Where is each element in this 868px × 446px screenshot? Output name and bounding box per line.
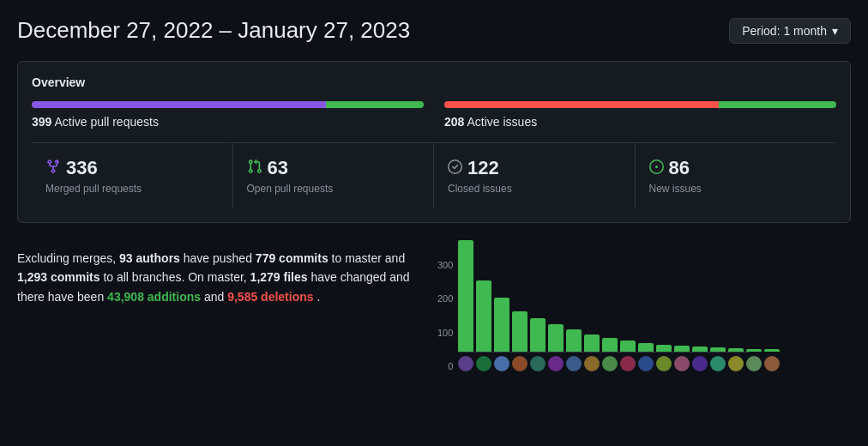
y-label-300: 300 [437, 260, 453, 270]
bar-1 [476, 280, 491, 352]
avatar [494, 356, 509, 371]
avatar [620, 356, 636, 371]
period-label: Period: 1 month [742, 24, 827, 38]
pull-requests-progress-group: 399 Active pull requests [32, 101, 424, 129]
pull-requests-label: 399 Active pull requests [32, 115, 424, 129]
open-pr-number: 63 [247, 157, 420, 179]
avatar [602, 356, 618, 371]
avatar [656, 356, 672, 371]
issues-progress-group: 208 Active issues [444, 101, 836, 129]
commits-all-branches: 1,293 commits [17, 270, 100, 284]
commits-to-master: 779 commits [256, 251, 329, 265]
bars-container [458, 240, 780, 352]
pull-requests-bar-track [32, 101, 424, 108]
merged-pr-label: Merged pull requests [45, 183, 219, 195]
closed-issues-number: 122 [448, 157, 621, 179]
issues-count: 208 [444, 115, 464, 129]
new-issues-number: 86 [649, 157, 823, 179]
new-issues-count: 86 [669, 157, 690, 179]
commit-prefix: Excluding merges, [17, 251, 116, 265]
avatar [674, 356, 690, 371]
avatar [458, 356, 473, 371]
y-label-0: 0 [448, 361, 453, 371]
bar-7 [584, 334, 600, 352]
open-pr-count: 63 [268, 157, 288, 179]
issues-label-text: Active issues [467, 115, 537, 129]
bar-8 [602, 338, 618, 352]
contributors-chart: 300 200 100 0 [437, 240, 851, 371]
closed-issues-count: 122 [467, 157, 499, 179]
bar-3 [512, 311, 527, 352]
overview-card: Overview 399 Active pull requests 208 Ac… [17, 61, 851, 223]
period-selector-button[interactable]: Period: 1 month ▾ [729, 18, 851, 44]
merge-icon [45, 159, 61, 178]
avatar [530, 356, 546, 371]
avatar [638, 356, 654, 371]
open-pr-label: Open pull requests [247, 183, 420, 195]
bar-9 [620, 341, 636, 352]
files-changed: 1,279 files [250, 270, 308, 284]
merged-pr-stat: 336 Merged pull requests [32, 143, 233, 208]
avatar [512, 356, 527, 371]
open-pr-stat: 63 Open pull requests [233, 143, 435, 208]
pr-open-segment [326, 101, 424, 108]
issues-bar-track [444, 101, 836, 108]
date-range-title: December 27, 2022 – January 27, 2023 [17, 17, 410, 44]
additions-count: 43,908 additions [107, 290, 201, 304]
avatar [566, 356, 582, 371]
progress-bars-row: 399 Active pull requests 208 Active issu… [32, 101, 836, 129]
bar-2 [494, 298, 509, 352]
merged-pr-count: 336 [66, 157, 98, 179]
issues-open-segment [444, 101, 719, 108]
avatar [746, 356, 762, 371]
pr-merged-segment [32, 101, 326, 108]
commit-text5: and [204, 290, 224, 304]
avatar [476, 356, 491, 371]
avatar [692, 356, 708, 371]
bar-4 [530, 318, 546, 352]
bar-10 [638, 343, 654, 352]
y-axis: 300 200 100 0 [437, 260, 453, 371]
bar-17 [764, 349, 780, 352]
y-label-200: 200 [437, 293, 453, 304]
avatar [548, 356, 564, 371]
chevron-down-icon: ▾ [832, 24, 838, 38]
avatar [584, 356, 600, 371]
closed-issue-icon [448, 160, 462, 177]
page-header: December 27, 2022 – January 27, 2023 Per… [17, 17, 851, 44]
bar-5 [548, 324, 564, 352]
authors-count: 93 authors [119, 251, 180, 265]
commit-suffix: . [316, 290, 320, 304]
pr-label-text: Active pull requests [54, 115, 158, 129]
avatar [764, 356, 780, 371]
deletions-count: 9,585 deletions [227, 290, 313, 304]
issues-label: 208 Active issues [444, 115, 836, 129]
commit-summary: Excluding merges, 93 authors have pushed… [17, 240, 412, 306]
closed-issues-stat: 122 Closed issues [434, 143, 636, 208]
new-issues-stat: 86 New issues [636, 143, 837, 208]
bar-12 [674, 346, 690, 352]
bottom-section: Excluding merges, 93 authors have pushed… [17, 240, 851, 371]
closed-issues-label: Closed issues [448, 183, 621, 195]
avatar [728, 356, 744, 371]
bar-0 [458, 240, 473, 352]
new-issues-label: New issues [649, 183, 823, 195]
stats-grid: 336 Merged pull requests 63 Open pull re… [32, 142, 836, 208]
bar-6 [566, 329, 582, 352]
commit-text2: to master and [332, 251, 406, 265]
new-issue-icon [649, 160, 664, 177]
avatar [710, 356, 726, 371]
x-axis-line [458, 352, 750, 353]
overview-title: Overview [32, 75, 836, 89]
pr-count: 399 [32, 115, 51, 129]
pr-open-icon [247, 159, 262, 178]
commit-text3: to all branches. On master, [103, 270, 246, 284]
y-label-100: 100 [437, 328, 453, 338]
commit-text1: have pushed [184, 251, 252, 265]
issues-closed-segment [719, 101, 836, 108]
merged-pr-number: 336 [45, 157, 219, 179]
bar-11 [656, 345, 672, 352]
avatars-row [458, 356, 780, 371]
